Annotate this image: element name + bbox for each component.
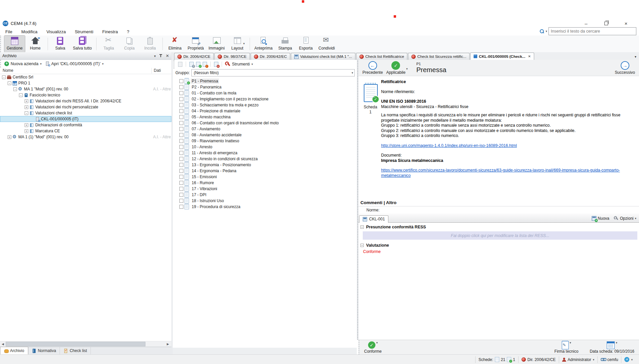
scheda-warning-button[interactable] [202, 61, 207, 67]
toolbar-button[interactable]: Immagini [206, 36, 227, 52]
tab-overflow-button[interactable]: ▾ [635, 55, 636, 59]
toolbar-button[interactable]: Layout ▾ [227, 36, 248, 52]
document-tab[interactable]: Valutazioni check list (MA 1 "... [291, 53, 355, 60]
tree-expander[interactable]: + [25, 123, 28, 127]
column-header-dati[interactable]: Dati [154, 68, 161, 73]
tree-expander[interactable]: - [25, 111, 28, 115]
column-header-nome[interactable]: Nome [3, 68, 13, 73]
toolbar-button[interactable]: Gestione [4, 36, 25, 52]
checklist-row[interactable]: ✓ 02 - Impigliamento con il pezzo in rot… [173, 96, 357, 102]
checklist-item-label[interactable]: 15 - Emissioni [191, 174, 218, 180]
user-caret[interactable]: ▾ [593, 358, 594, 361]
minimize-button[interactable]: – [582, 20, 590, 27]
checklist-row[interactable]: ✓ 19 - Procedura di sicurezza [173, 204, 357, 210]
applicable-button[interactable]: ✓ Applicabile ▾ [386, 61, 408, 75]
checklist-row[interactable]: ✓ 17 - DPI [173, 192, 357, 198]
checklist-checkbox[interactable] [179, 133, 183, 137]
document-tab[interactable]: Dir. 2006/42/EC [251, 53, 290, 60]
checklist-checkbox[interactable] [179, 121, 183, 125]
checklist-row[interactable]: ✓ 03 - Schiacciamento tra mola e pezzo [173, 102, 357, 108]
tree-row[interactable]: - Valutazioni check list [0, 110, 171, 116]
ress-placeholder-row[interactable]: Fai doppio click qui per modificare la l… [363, 231, 637, 240]
scheda-approve-button[interactable] [196, 61, 201, 67]
tree-row[interactable]: - Fascicolo tecnico [0, 92, 171, 98]
toolbar-button[interactable]: Salva [50, 36, 71, 52]
checklist-item-label[interactable]: 06 - Contatto con organi di trasmissione… [191, 120, 280, 126]
toolbar-button[interactable]: Copia [119, 36, 140, 52]
tree-expander[interactable]: - [8, 81, 11, 85]
checklist-checkbox[interactable] [179, 115, 183, 119]
menu-item[interactable]: Visualizza [46, 29, 66, 34]
tree-expander[interactable]: - [2, 75, 6, 79]
tree-row[interactable]: + MA 1 (1) "Mod" (001) rev. 00 A.I. - At… [0, 134, 171, 140]
search-input[interactable] [548, 27, 636, 35]
tree-expander[interactable]: + [25, 129, 28, 133]
menu-item[interactable]: Strumenti [75, 29, 94, 34]
opzioni-button[interactable]: Opzioni ▾ [613, 216, 636, 221]
checklist-row[interactable]: ✓ P2 - Panoramica [173, 84, 357, 90]
collapse-icon[interactable]: − [360, 225, 364, 229]
group-filter-combobox[interactable]: (Nessun filtro) ▾ [191, 69, 355, 76]
checklist-item-label[interactable]: 17 - DPI [191, 192, 207, 197]
toolbar-button[interactable]: Stampa [275, 36, 296, 52]
checklist-checkbox[interactable] [179, 181, 183, 185]
tree-row[interactable]: CKL-001/000005 (IT) [0, 116, 171, 122]
checklist-checkbox[interactable] [179, 103, 183, 107]
toolbar-button[interactable]: Taglia [99, 36, 119, 52]
checklist-row[interactable]: ✓ 13 - Ergonomia - Posizionamento [173, 162, 357, 168]
toolbar-button[interactable]: Anteprima [252, 36, 275, 52]
open-checklist-caret[interactable]: ▾ [102, 62, 104, 65]
tree-row[interactable]: - PRO 1 [0, 80, 171, 86]
firma-caret[interactable]: ▾ [570, 341, 571, 344]
toolbar-button[interactable]: Salva tutto [71, 36, 94, 52]
toolbar-button[interactable] [250, 38, 250, 50]
bottom-tab[interactable]: Archivio [0, 347, 28, 354]
checklist-checkbox[interactable] [179, 127, 183, 131]
checklist-checkbox[interactable] [179, 91, 183, 95]
tree-row[interactable]: + Valutazioni dei rischi RESS All. I Dir… [0, 98, 171, 104]
checklist-checkbox[interactable] [179, 175, 183, 179]
search-icon[interactable] [539, 29, 544, 34]
tab-close-icon[interactable]: ✕ [528, 55, 531, 58]
search-dropdown-caret[interactable]: ▾ [545, 30, 547, 33]
checklist-row[interactable]: ✓ 10 - Arresto [173, 144, 357, 150]
toolbar-button[interactable]: Esporta [296, 36, 316, 52]
checklist-checkbox[interactable] [179, 97, 183, 101]
conforme-button[interactable]: ✓ ▾ Conforme [364, 341, 382, 354]
language-caret[interactable]: ▾ [631, 358, 633, 361]
checklist-checkbox[interactable] [179, 109, 183, 113]
tree-expander[interactable]: + [25, 105, 28, 109]
tree-expander[interactable]: + [25, 99, 28, 103]
panel-menu-caret-icon[interactable]: ▾ [154, 54, 156, 58]
checklist-checkbox[interactable] [179, 151, 183, 155]
scrollbar-thumb[interactable] [6, 342, 145, 346]
checklist-checkbox[interactable] [179, 199, 183, 203]
checklist-checkbox[interactable] [179, 139, 183, 143]
chevron-down-icon[interactable]: ▾ [243, 42, 245, 45]
checklist-item-label[interactable]: 02 - Impigliamento con il pezzo in rotaz… [191, 96, 270, 102]
checklist-item-label[interactable]: 18 - Istruzioni Uso [191, 198, 225, 203]
ckl-tab[interactable]: CKL-001 [359, 215, 388, 223]
document-tab[interactable]: Check list Rettificatrice [356, 53, 407, 60]
document-tab[interactable]: Check list Sicurezza rettific... [408, 53, 470, 60]
scroll-right-arrow[interactable]: ▶ [166, 342, 170, 346]
tree-row[interactable]: + Dichiarazioni di conformità [0, 122, 171, 128]
checklist-row[interactable]: ✓ 01 - Contatto con la mola [173, 90, 357, 96]
checklist-item-label[interactable]: 16 - Rumore [191, 180, 215, 185]
checklist-row[interactable]: ✓ 07 - Avviamento [173, 126, 357, 132]
checklist-item-label[interactable]: 11 - Arresto di emergenza [191, 150, 238, 156]
toolbar-button[interactable]: Elimina [165, 36, 185, 52]
toolbar-button[interactable] [162, 38, 163, 50]
conforme-caret[interactable]: ▾ [376, 341, 378, 344]
scroll-left-arrow[interactable]: ◀ [1, 342, 5, 346]
checklist-item-label[interactable]: P2 - Panoramica [191, 84, 222, 90]
checklist-item-label[interactable]: 05 - Arresto macchina [191, 114, 232, 120]
checklist-checkbox[interactable] [179, 205, 183, 209]
checklist-item-label[interactable]: 10 - Arresto [191, 144, 213, 150]
checklist-item-label[interactable]: 04 - Proiezione di materiale [191, 108, 241, 114]
new-company-button[interactable]: Nuova azienda [11, 61, 38, 66]
document-tab[interactable]: Dir. 2006/42/CE [174, 53, 214, 60]
menu-item[interactable]: Modifica [21, 29, 37, 34]
checklist-checkbox[interactable] [179, 79, 183, 83]
bottom-tab[interactable]: Check list [60, 347, 91, 354]
